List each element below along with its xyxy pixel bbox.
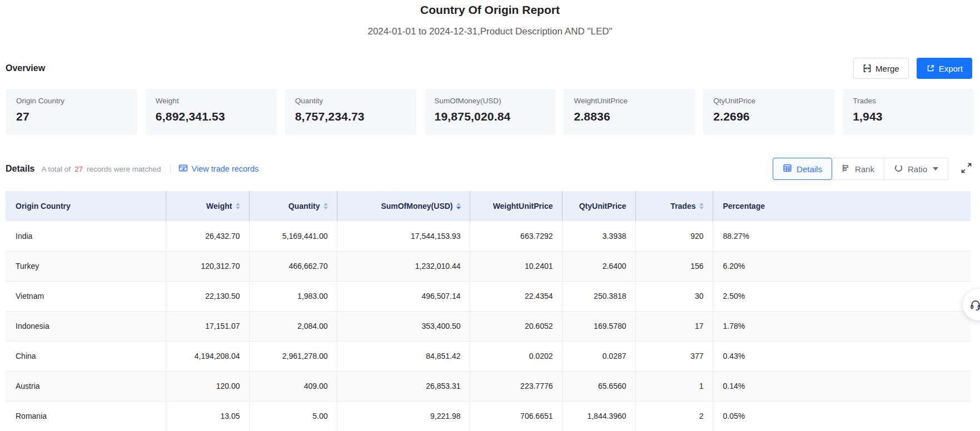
overview-heading: Overview: [6, 63, 45, 73]
fullscreen-button[interactable]: [961, 162, 972, 176]
col-quantity[interactable]: Quantity: [249, 191, 337, 221]
column-label: Weight: [206, 202, 232, 211]
export-button[interactable]: Export: [917, 58, 972, 79]
value-cell: 223.7776: [470, 371, 562, 401]
origin-country-cell: Romania: [6, 401, 166, 431]
page-title: Country Of Origin Report: [0, 2, 980, 18]
overview-cards-row: Origin Country 27 Weight 6,892,341.53 Qu…: [6, 89, 974, 135]
view-switcher: Details Rank Ratio: [773, 158, 948, 180]
col-sum-of-money[interactable]: SumOfMoney(USD): [337, 191, 470, 221]
tab-ratio-label: Ratio: [908, 164, 927, 174]
column-label: SumOfMoney(USD): [381, 202, 452, 211]
vertical-divider: [170, 165, 171, 173]
stat-label: Weight: [156, 96, 267, 106]
value-cell: 156: [635, 251, 713, 281]
value-cell: 0.0287: [562, 341, 635, 371]
value-cell: 2: [635, 401, 713, 431]
col-weight[interactable]: Weight: [166, 191, 249, 221]
value-cell: 17,544,153.93: [337, 221, 470, 251]
value-cell: 2.50%: [713, 281, 971, 311]
tab-details-label: Details: [797, 164, 822, 174]
col-percentage: Percentage: [713, 191, 971, 221]
tab-rank[interactable]: Rank: [832, 158, 884, 180]
stat-card-weight: Weight 6,892,341.53: [146, 89, 277, 135]
tab-rank-label: Rank: [855, 164, 874, 174]
stat-label: Origin Country: [16, 96, 127, 106]
ratio-pie-icon: [894, 163, 903, 174]
stat-card-sum-of-money: SumOfMoney(USD) 19,875,020.84: [425, 89, 556, 135]
value-cell: 10.2401: [470, 251, 562, 281]
table-row: Vietnam22,130.501,983.00496,507.1422.435…: [6, 281, 971, 311]
col-origin-country: Origin Country: [6, 191, 166, 221]
value-cell: 3.3938: [562, 221, 635, 251]
col-qty-unit-price: QtyUnitPrice: [562, 191, 635, 221]
value-cell: 663.7292: [470, 221, 562, 251]
column-label: Origin Country: [16, 202, 71, 211]
value-cell: 22.4354: [470, 281, 562, 311]
origin-country-cell: Vietnam: [6, 281, 166, 311]
match-summary-prefix: A total of: [41, 165, 71, 173]
value-cell: 2.6400: [562, 251, 635, 281]
stat-value: 27: [16, 110, 127, 123]
details-heading: Details: [6, 164, 34, 174]
value-cell: 706.6651: [470, 401, 562, 431]
sort-carets-weight[interactable]: [236, 203, 240, 209]
toolbar-buttons: Merge Export: [853, 58, 972, 79]
column-label: QtyUnitPrice: [579, 202, 626, 211]
value-cell: 22,130.50: [166, 281, 249, 311]
stat-value: 8,757,234.73: [295, 110, 406, 123]
details-actions: Details Rank Ratio: [773, 158, 972, 180]
col-trades[interactable]: Trades: [635, 191, 713, 221]
column-label: Quantity: [288, 202, 320, 211]
value-cell: 0.14%: [713, 371, 971, 401]
value-cell: 2,961,278.00: [249, 341, 337, 371]
chevron-down-icon: [933, 167, 938, 171]
origin-country-cell: China: [6, 341, 166, 371]
value-cell: 26,853.31: [337, 371, 470, 401]
sort-carets-trades[interactable]: [699, 203, 704, 209]
value-cell: 5,169,441.00: [249, 221, 337, 251]
value-cell: 1.78%: [713, 311, 971, 341]
sort-carets-quantity[interactable]: [324, 203, 328, 209]
value-cell: 17: [635, 311, 713, 341]
value-cell: 9,221.98: [337, 401, 470, 431]
view-trade-records-link[interactable]: View trade records: [178, 163, 259, 174]
col-weight-unit-price: WeightUnitPrice: [470, 191, 562, 221]
trade-records-icon: [178, 163, 188, 174]
stat-card-weight-unit-price: WeightUnitPrice 2.8836: [564, 89, 695, 135]
overview-toolbar: Overview Merge Export: [6, 58, 972, 79]
export-button-label: Export: [939, 64, 963, 73]
stat-label: Trades: [853, 96, 964, 106]
stat-card-qty-unit-price: QtyUnitPrice 2.2696: [703, 89, 834, 135]
table-row: Turkey120,312.70466,662.701,232,010.4410…: [6, 251, 971, 281]
value-cell: 17,151.07: [166, 311, 249, 341]
stat-value: 19,875,020.84: [435, 110, 546, 123]
origin-country-cell: Indonesia: [6, 311, 166, 341]
value-cell: 169.5780: [562, 311, 635, 341]
rank-bar-chart-icon: [841, 163, 850, 174]
tab-ratio[interactable]: Ratio: [884, 158, 948, 180]
value-cell: 496,507.14: [337, 281, 470, 311]
value-cell: 0.05%: [713, 401, 971, 431]
merge-button-label: Merge: [875, 64, 899, 73]
origin-country-cell: India: [6, 221, 166, 251]
value-cell: 0.43%: [713, 341, 971, 371]
value-cell: 1,232,010.44: [337, 251, 470, 281]
value-cell: 250.3818: [562, 281, 635, 311]
details-bar: Details A total of 27 records were match…: [6, 158, 972, 180]
column-label: Trades: [670, 202, 695, 211]
value-cell: 1,844.3960: [562, 401, 635, 431]
origin-country-cell: Turkey: [6, 251, 166, 281]
value-cell: 26,432.70: [166, 221, 249, 251]
merge-button[interactable]: Merge: [853, 58, 909, 79]
table-header: Origin Country Weight Quantity SumOfMone…: [6, 191, 971, 221]
stat-value: 2.8836: [574, 110, 685, 123]
value-cell: 84,851.42: [337, 341, 470, 371]
stat-card-trades: Trades 1,943: [843, 89, 974, 135]
stat-value: 6,892,341.53: [156, 110, 267, 123]
sort-carets-sum-of-money[interactable]: [456, 203, 461, 209]
tab-details[interactable]: Details: [773, 158, 832, 180]
value-cell: 353,400.50: [337, 311, 470, 341]
stat-label: QtyUnitPrice: [713, 96, 824, 106]
stat-value: 2.2696: [713, 110, 824, 123]
